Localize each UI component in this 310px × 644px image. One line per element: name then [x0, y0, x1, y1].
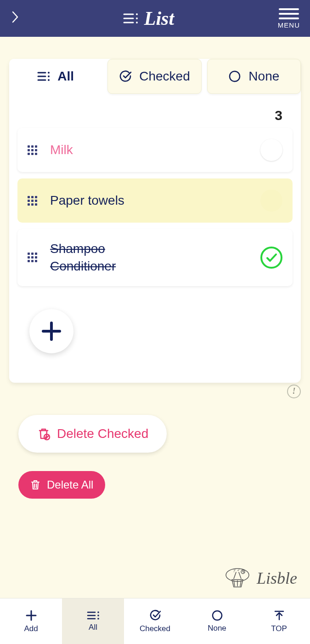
brand-name: Lisble: [257, 569, 297, 588]
top-bar: List MENU: [0, 0, 310, 37]
filter-tabs: All Checked None: [9, 59, 301, 94]
item-text: Shampoo Conditioner: [50, 240, 248, 275]
svg-point-11: [48, 79, 50, 81]
list-icon: [37, 70, 50, 83]
list-card: All Checked None 3 Mi: [9, 59, 301, 383]
list-item[interactable]: Paper towels: [17, 178, 293, 223]
nav-top-label: TOP: [271, 624, 287, 633]
page-title: List: [144, 7, 174, 29]
arrow-top-icon: [273, 610, 285, 621]
delete-all-button[interactable]: Delete All: [18, 471, 105, 499]
add-item-button[interactable]: [29, 309, 73, 353]
svg-point-35: [213, 611, 222, 620]
nav-checked[interactable]: Checked: [124, 598, 186, 644]
nav-none[interactable]: None: [186, 598, 248, 644]
title-wrap: List: [123, 7, 174, 29]
trash-icon: [30, 479, 40, 490]
menu-label: MENU: [278, 21, 300, 29]
nav-all[interactable]: All: [62, 598, 124, 644]
drag-handle-icon[interactable]: [28, 145, 37, 155]
delete-all-label: Delete All: [47, 478, 93, 491]
svg-point-7: [48, 72, 50, 74]
circle-icon: [212, 610, 223, 621]
tab-none-label: None: [248, 69, 279, 84]
nav-all-label: All: [89, 623, 97, 632]
check-toggle[interactable]: [260, 190, 282, 212]
checkmark-icon: [265, 251, 278, 264]
tab-none[interactable]: None: [207, 59, 301, 94]
brand-mark: ? ✓ Lisble: [225, 567, 297, 590]
info-icon[interactable]: !: [287, 385, 301, 398]
tab-all-label: All: [57, 69, 74, 84]
svg-point-30: [97, 611, 99, 613]
item-count: 3: [9, 94, 301, 128]
tab-all[interactable]: All: [9, 59, 102, 94]
trash-check-icon: [37, 427, 51, 441]
list-icon: [123, 12, 139, 24]
nav-none-label: None: [208, 624, 226, 633]
nav-checked-label: Checked: [140, 624, 170, 633]
svg-point-5: [136, 22, 138, 23]
svg-point-32: [97, 615, 99, 616]
nav-top[interactable]: TOP: [248, 598, 310, 644]
svg-point-1: [136, 13, 138, 15]
back-button[interactable]: [10, 10, 19, 28]
svg-line-26: [243, 572, 244, 572]
delete-checked-label: Delete Checked: [57, 426, 148, 441]
basket-icon: ? ✓: [225, 567, 250, 590]
list-icon: [87, 611, 100, 620]
list-item[interactable]: Shampoo Conditioner: [17, 229, 293, 286]
item-text: Milk: [50, 141, 248, 159]
hamburger-icon: [279, 8, 299, 19]
bottom-nav: Add All Checked None TOP: [0, 598, 310, 644]
delete-checked-button[interactable]: Delete Checked: [18, 415, 167, 453]
svg-point-3: [136, 17, 138, 19]
svg-point-9: [48, 75, 50, 77]
check-toggle[interactable]: [260, 139, 282, 161]
drag-handle-icon[interactable]: [28, 196, 37, 206]
circle-icon: [228, 70, 241, 83]
list-item[interactable]: Milk: [17, 128, 293, 172]
check-circle-icon: [149, 610, 161, 621]
nav-add[interactable]: Add: [0, 598, 62, 644]
nav-add-label: Add: [24, 624, 38, 633]
svg-text:✓: ✓: [237, 568, 241, 572]
menu-button[interactable]: MENU: [278, 8, 300, 29]
plus-icon: [25, 610, 37, 621]
svg-point-34: [97, 618, 99, 620]
page-body: All Checked None 3 Mi: [0, 37, 310, 499]
drag-handle-icon[interactable]: [28, 253, 37, 262]
check-circle-icon: [119, 70, 132, 83]
svg-point-12: [230, 71, 240, 81]
svg-text:?: ?: [233, 568, 236, 573]
chevron-right-icon: [10, 10, 19, 24]
tab-checked[interactable]: Checked: [107, 59, 201, 94]
item-list: Milk Paper towels Shampoo Conditioner: [9, 128, 301, 286]
item-text: Paper towels: [50, 192, 248, 209]
action-buttons: Delete Checked Delete All: [9, 383, 301, 499]
check-toggle[interactable]: [260, 247, 282, 269]
plus-icon: [40, 320, 62, 342]
tab-checked-label: Checked: [139, 69, 190, 84]
